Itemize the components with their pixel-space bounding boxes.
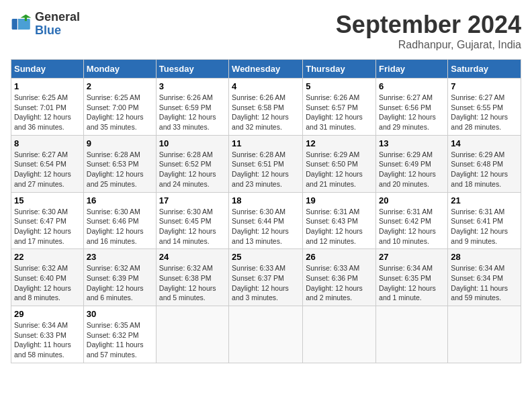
day-number: 26: [306, 252, 373, 262]
calendar-cell: 2Sunrise: 6:25 AMSunset: 7:00 PMDaylight…: [83, 79, 156, 136]
logo-icon: [11, 13, 32, 35]
calendar-cell: 24Sunrise: 6:32 AMSunset: 6:38 PMDayligh…: [156, 249, 228, 306]
day-info: Sunrise: 6:32 AMSunset: 6:38 PMDaylight:…: [159, 263, 226, 303]
calendar-cell: 14Sunrise: 6:29 AMSunset: 6:48 PMDayligh…: [448, 135, 521, 192]
calendar-cell: 11Sunrise: 6:28 AMSunset: 6:51 PMDayligh…: [229, 135, 303, 192]
svg-rect-2: [18, 19, 30, 30]
day-info: Sunrise: 6:28 AMSunset: 6:53 PMDaylight:…: [87, 150, 153, 189]
calendar-week-1: 1Sunrise: 6:25 AMSunset: 7:01 PMDaylight…: [11, 79, 521, 136]
day-number: 24: [159, 252, 226, 262]
calendar-cell: 15Sunrise: 6:30 AMSunset: 6:47 PMDayligh…: [11, 192, 84, 249]
day-number: 1: [14, 81, 81, 91]
day-info: Sunrise: 6:31 AMSunset: 6:43 PMDaylight:…: [306, 207, 373, 246]
calendar-cell: 27Sunrise: 6:34 AMSunset: 6:35 PMDayligh…: [376, 249, 448, 306]
day-info: Sunrise: 6:34 AMSunset: 6:34 PMDaylight:…: [451, 263, 518, 303]
calendar-cell: 6Sunrise: 6:27 AMSunset: 6:56 PMDaylight…: [376, 79, 448, 136]
day-info: Sunrise: 6:30 AMSunset: 6:47 PMDaylight:…: [14, 207, 81, 246]
day-number: 13: [379, 138, 445, 148]
calendar-week-4: 22Sunrise: 6:32 AMSunset: 6:40 PMDayligh…: [11, 249, 521, 306]
day-number: 29: [14, 309, 81, 319]
day-number: 16: [87, 195, 153, 205]
day-number: 4: [232, 81, 300, 91]
header-tuesday: Tuesday: [156, 60, 228, 79]
day-number: 15: [14, 195, 81, 205]
header-thursday: Thursday: [303, 60, 376, 79]
day-info: Sunrise: 6:33 AMSunset: 6:37 PMDaylight:…: [232, 263, 300, 303]
calendar-cell: 25Sunrise: 6:33 AMSunset: 6:37 PMDayligh…: [229, 249, 303, 306]
calendar-cell: 26Sunrise: 6:33 AMSunset: 6:36 PMDayligh…: [303, 249, 376, 306]
logo-blue: Blue: [35, 24, 80, 38]
day-number: 21: [451, 195, 518, 205]
title-block: September 2024 Radhanpur, Gujarat, India: [336, 11, 521, 51]
calendar-cell: 29Sunrise: 6:34 AMSunset: 6:33 PMDayligh…: [11, 306, 84, 363]
header-monday: Monday: [83, 60, 156, 79]
day-info: Sunrise: 6:31 AMSunset: 6:41 PMDaylight:…: [451, 207, 518, 246]
day-info: Sunrise: 6:27 AMSunset: 6:54 PMDaylight:…: [14, 150, 81, 189]
calendar-week-3: 15Sunrise: 6:30 AMSunset: 6:47 PMDayligh…: [11, 192, 521, 249]
day-info: Sunrise: 6:25 AMSunset: 7:00 PMDaylight:…: [87, 93, 153, 132]
calendar-cell: [303, 306, 376, 363]
day-info: Sunrise: 6:27 AMSunset: 6:55 PMDaylight:…: [451, 93, 518, 132]
calendar-cell: 20Sunrise: 6:31 AMSunset: 6:42 PMDayligh…: [376, 192, 448, 249]
day-number: 25: [232, 252, 300, 262]
calendar-cell: 13Sunrise: 6:29 AMSunset: 6:49 PMDayligh…: [376, 135, 448, 192]
day-info: Sunrise: 6:34 AMSunset: 6:33 PMDaylight:…: [14, 320, 81, 360]
day-info: Sunrise: 6:26 AMSunset: 6:59 PMDaylight:…: [159, 93, 226, 132]
day-number: 12: [306, 138, 373, 148]
day-info: Sunrise: 6:32 AMSunset: 6:40 PMDaylight:…: [14, 263, 81, 303]
calendar-cell: 30Sunrise: 6:35 AMSunset: 6:32 PMDayligh…: [83, 306, 156, 363]
day-info: Sunrise: 6:26 AMSunset: 6:57 PMDaylight:…: [306, 93, 373, 132]
logo-general: General: [35, 11, 80, 24]
day-number: 8: [14, 138, 81, 148]
day-info: Sunrise: 6:26 AMSunset: 6:58 PMDaylight:…: [232, 93, 300, 132]
day-number: 23: [87, 252, 153, 262]
calendar-cell: 21Sunrise: 6:31 AMSunset: 6:41 PMDayligh…: [448, 192, 521, 249]
calendar-cell: 4Sunrise: 6:26 AMSunset: 6:58 PMDaylight…: [229, 79, 303, 136]
day-info: Sunrise: 6:28 AMSunset: 6:51 PMDaylight:…: [232, 150, 300, 189]
calendar-table: SundayMondayTuesdayWednesdayThursdayFrid…: [11, 59, 521, 363]
day-number: 20: [379, 195, 445, 205]
day-number: 17: [159, 195, 226, 205]
day-number: 10: [159, 138, 226, 148]
calendar-cell: 23Sunrise: 6:32 AMSunset: 6:39 PMDayligh…: [83, 249, 156, 306]
day-info: Sunrise: 6:25 AMSunset: 7:01 PMDaylight:…: [14, 93, 81, 132]
day-number: 11: [232, 138, 300, 148]
month-title: September 2024: [336, 11, 521, 39]
header-friday: Friday: [376, 60, 448, 79]
day-info: Sunrise: 6:33 AMSunset: 6:36 PMDaylight:…: [306, 263, 373, 303]
calendar-cell: 10Sunrise: 6:28 AMSunset: 6:52 PMDayligh…: [156, 135, 228, 192]
day-info: Sunrise: 6:30 AMSunset: 6:46 PMDaylight:…: [87, 207, 153, 246]
day-number: 19: [306, 195, 373, 205]
day-number: 18: [232, 195, 300, 205]
calendar-cell: [156, 306, 228, 363]
calendar-cell: 8Sunrise: 6:27 AMSunset: 6:54 PMDaylight…: [11, 135, 84, 192]
logo-text: General Blue: [35, 11, 80, 38]
day-number: 14: [451, 138, 518, 148]
calendar-header-row: SundayMondayTuesdayWednesdayThursdayFrid…: [11, 60, 521, 79]
calendar-cell: 16Sunrise: 6:30 AMSunset: 6:46 PMDayligh…: [83, 192, 156, 249]
header-saturday: Saturday: [448, 60, 521, 79]
header-wednesday: Wednesday: [229, 60, 303, 79]
location-title: Radhanpur, Gujarat, India: [336, 39, 521, 51]
day-number: 27: [379, 252, 445, 262]
calendar-cell: [448, 306, 521, 363]
day-info: Sunrise: 6:30 AMSunset: 6:44 PMDaylight:…: [232, 207, 300, 246]
calendar-week-5: 29Sunrise: 6:34 AMSunset: 6:33 PMDayligh…: [11, 306, 521, 363]
calendar-cell: 19Sunrise: 6:31 AMSunset: 6:43 PMDayligh…: [303, 192, 376, 249]
day-number: 2: [87, 81, 153, 91]
calendar-cell: 7Sunrise: 6:27 AMSunset: 6:55 PMDaylight…: [448, 79, 521, 136]
calendar-week-2: 8Sunrise: 6:27 AMSunset: 6:54 PMDaylight…: [11, 135, 521, 192]
calendar-cell: 9Sunrise: 6:28 AMSunset: 6:53 PMDaylight…: [83, 135, 156, 192]
day-info: Sunrise: 6:34 AMSunset: 6:35 PMDaylight:…: [379, 263, 445, 303]
day-number: 30: [87, 309, 153, 319]
day-info: Sunrise: 6:29 AMSunset: 6:49 PMDaylight:…: [379, 150, 445, 189]
calendar-cell: 5Sunrise: 6:26 AMSunset: 6:57 PMDaylight…: [303, 79, 376, 136]
calendar-cell: 28Sunrise: 6:34 AMSunset: 6:34 PMDayligh…: [448, 249, 521, 306]
calendar-cell: 22Sunrise: 6:32 AMSunset: 6:40 PMDayligh…: [11, 249, 84, 306]
day-number: 9: [87, 138, 153, 148]
day-info: Sunrise: 6:29 AMSunset: 6:48 PMDaylight:…: [451, 150, 518, 189]
day-number: 22: [14, 252, 81, 262]
day-info: Sunrise: 6:35 AMSunset: 6:32 PMDaylight:…: [87, 320, 153, 360]
day-number: 5: [306, 81, 373, 91]
day-number: 7: [451, 81, 518, 91]
